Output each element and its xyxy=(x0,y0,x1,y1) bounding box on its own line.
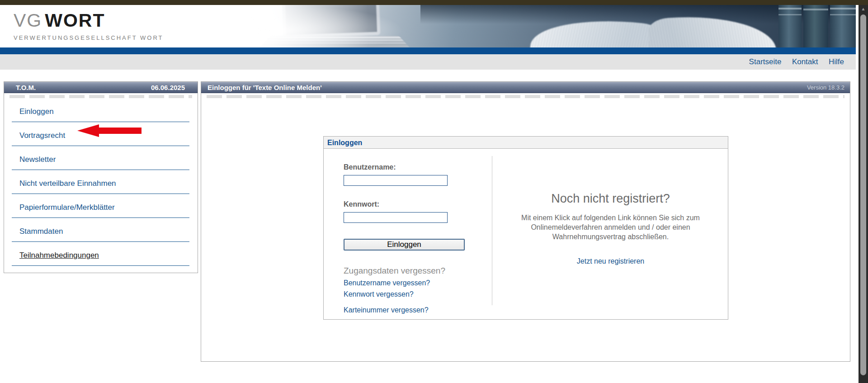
forgot-card-number-link[interactable]: Karteinummer vergessen? xyxy=(344,306,429,314)
top-nav-link-kontakt[interactable]: Kontakt xyxy=(792,57,818,66)
logo-subline: VERWERTUNGSGESELLSCHAFT WORT xyxy=(14,34,164,41)
page-title: Einloggen für 'Texte Online Melden' xyxy=(208,84,322,91)
sidebar-item-teilnahmebedingungen[interactable]: Teilnahmebedingungen xyxy=(12,242,189,266)
password-label: Kennwort: xyxy=(344,200,484,208)
password-input[interactable] xyxy=(344,212,448,223)
banner-photo-fade xyxy=(251,5,856,47)
forgot-username-link[interactable]: Benutzername vergessen? xyxy=(344,279,430,287)
main-dashed-divider xyxy=(207,95,844,98)
register-heading: Noch nicht registriert? xyxy=(492,192,729,206)
sidebar-item-einloggen[interactable]: Einloggen xyxy=(12,98,189,122)
username-label: Benutzername: xyxy=(344,163,484,171)
login-button[interactable]: Einloggen xyxy=(344,239,465,251)
logo-vg-text: VG xyxy=(14,10,42,31)
register-description: Mit einem Klick auf folgenden Link könne… xyxy=(502,213,719,241)
sidebar-header: T.O.M. 06.06.2025 xyxy=(4,82,198,93)
attention-arrow-icon xyxy=(77,124,142,137)
scroll-up-icon[interactable]: ▲ xyxy=(859,6,868,12)
main-header: Einloggen für 'Texte Online Melden' Vers… xyxy=(201,82,850,93)
top-nav-link-hilfe[interactable]: Hilfe xyxy=(829,57,844,66)
scrollbar: ▲ xyxy=(859,0,868,383)
top-nav-link-startseite[interactable]: Startseite xyxy=(749,57,782,66)
logo-wort-text: WORT xyxy=(45,10,105,31)
scrollbar-thumb[interactable] xyxy=(860,14,866,375)
sidebar-item-papierformulare-merkblaetter[interactable]: Papierformulare/Merkblätter xyxy=(12,194,189,218)
header-banner: VGWORT VERWERTUNGSGESELLSCHAFT WORT xyxy=(0,5,856,47)
logo-wordmark: VGWORT xyxy=(14,10,164,30)
forgot-password-link[interactable]: Kennwort vergessen? xyxy=(344,290,414,298)
sidebar-date: 06.06.2025 xyxy=(151,84,185,91)
vgwort-logo: VGWORT VERWERTUNGSGESELLSCHAFT WORT xyxy=(14,10,164,41)
main-panel: Einloggen für 'Texte Online Melden' Vers… xyxy=(201,81,850,362)
forgot-credentials-heading: Zugangsdaten vergessen? xyxy=(344,266,484,276)
sidebar-item-newsletter[interactable]: Newsletter xyxy=(12,146,189,170)
window-top-bar xyxy=(0,0,868,5)
sidebar-menu: Einloggen Vortragsrecht Newsletter Nicht… xyxy=(4,98,198,266)
sidebar-title: T.O.M. xyxy=(16,84,36,91)
version-label: Version 18.3.2 xyxy=(807,84,844,91)
register-now-link[interactable]: Jetzt neu registrieren xyxy=(577,257,644,265)
blue-divider-bar xyxy=(0,47,856,54)
sidebar-dashed-divider xyxy=(9,95,192,98)
login-box-title: Einloggen xyxy=(324,137,728,149)
login-box-body: Benutzername: Kennwort: Einloggen Zugang… xyxy=(324,149,728,320)
sidebar-item-stammdaten[interactable]: Stammdaten xyxy=(12,218,189,242)
login-form: Benutzername: Kennwort: Einloggen Zugang… xyxy=(344,149,484,314)
sidebar-panel: T.O.M. 06.06.2025 Einloggen Vortragsrech… xyxy=(4,81,198,273)
username-input[interactable] xyxy=(344,175,448,186)
banner-photo xyxy=(251,5,856,47)
registration-panel: Noch nicht registriert? Mit einem Klick … xyxy=(492,149,729,265)
login-box: Einloggen Benutzername: Kennwort: Einlog… xyxy=(323,136,728,320)
sidebar-item-nicht-verteilbare-einnahmen[interactable]: Nicht verteilbare Einnahmen xyxy=(12,170,189,194)
vgwort-tom-page: VGWORT VERWERTUNGSGESELLSCHAFT WORT Star… xyxy=(0,0,868,383)
top-nav: Startseite Kontakt Hilfe xyxy=(0,54,856,70)
